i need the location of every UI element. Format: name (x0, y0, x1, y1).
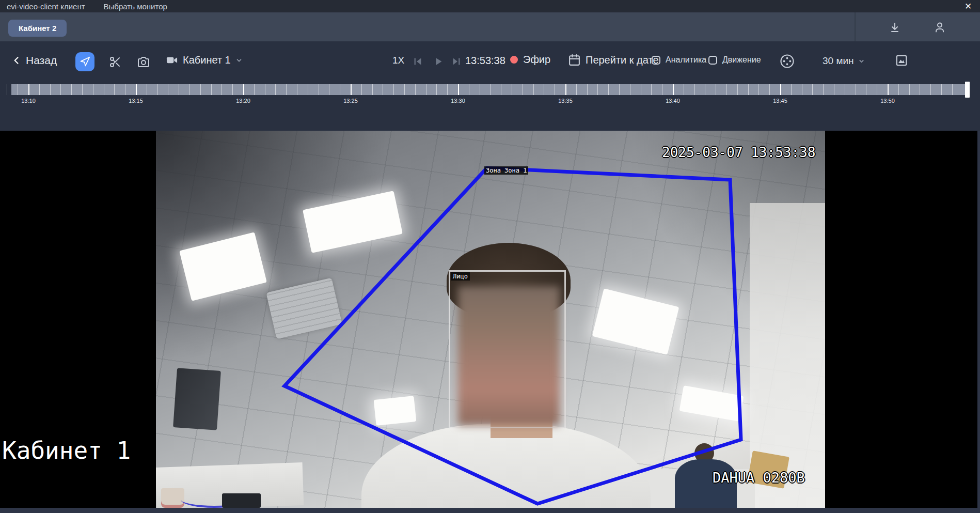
frame-export-button[interactable] (895, 54, 908, 67)
tab-cabinet-2[interactable]: Кабинет 2 (8, 20, 67, 37)
timeline-playhead[interactable] (965, 82, 970, 98)
download-icon[interactable] (888, 21, 902, 34)
timeline-minor-tick (866, 84, 866, 95)
skip-forward-icon[interactable] (449, 54, 464, 69)
timeline-minor-tick (512, 84, 512, 95)
motion-checkbox[interactable] (708, 56, 717, 65)
pointer-tool-button[interactable] (75, 52, 94, 71)
analytics-checkbox-group[interactable]: Аналитика (652, 55, 706, 65)
timeline-minor-tick (952, 84, 953, 95)
timeline-minor-tick (630, 84, 630, 95)
motion-label: Движение (722, 55, 761, 65)
ptz-pad-icon (779, 53, 795, 69)
timeline-major-tick (351, 84, 352, 95)
timeline-minor-tick (684, 84, 684, 95)
timeline-minor-tick (555, 84, 555, 95)
close-icon[interactable]: ✕ (960, 0, 976, 12)
timeline-major-tick (888, 84, 889, 95)
timeline-minor-tick (834, 84, 834, 95)
timeline-minor-tick (737, 84, 738, 95)
cursor-pointer-icon (80, 56, 90, 67)
playback-speed[interactable]: 1X (392, 55, 404, 66)
timeline-minor-tick (716, 84, 716, 95)
timeline-major-tick (458, 84, 459, 95)
timeline-minor-tick (82, 84, 83, 95)
bottom-margin (0, 508, 980, 513)
timeline-minor-tick (265, 84, 265, 95)
motion-checkbox-group[interactable]: Движение (708, 55, 761, 65)
timeline-minor-tick (383, 84, 383, 95)
timeline-minor-tick (812, 84, 813, 95)
current-time: 13:53:38 (465, 55, 505, 67)
timeline-minor-tick (222, 84, 222, 95)
timeline-minor-tick (286, 84, 287, 95)
timeline-minor-tick (232, 84, 233, 95)
timeline-time-label: 13:30 (451, 98, 465, 104)
timeline-minor-tick (726, 84, 727, 95)
timeline-minor-tick (71, 84, 72, 95)
timeline-minor-tick (856, 84, 856, 95)
timeline-minor-tick (705, 84, 705, 95)
tabbar-divider (855, 12, 856, 41)
play-icon[interactable] (431, 54, 446, 69)
timeline-minor-tick (920, 84, 920, 95)
camera-select[interactable]: Кабинет 1 (166, 54, 243, 66)
timeline-track[interactable]: 13:1013:1513:2013:2513:3013:3513:4013:45… (11, 84, 970, 95)
timeline-minor-tick (619, 84, 620, 95)
timeline-minor-tick (523, 84, 523, 95)
timeline-time-label: 13:20 (236, 98, 250, 104)
timeline-minor-tick (501, 84, 501, 95)
timeline-major-tick (565, 84, 566, 95)
menu-app[interactable]: evi-video-client клиент (5, 2, 87, 11)
live-indicator[interactable]: Эфир (510, 54, 550, 66)
blurred-face (458, 286, 560, 425)
title-menubar: evi-video-client клиент Выбрать монитор … (0, 0, 980, 12)
timeline-time-label: 13:25 (343, 98, 358, 104)
timeline-minor-tick (157, 84, 158, 95)
timeline-minor-tick (308, 84, 308, 95)
interval-select[interactable]: 30 мин (823, 55, 865, 67)
timeline-minor-tick (60, 84, 61, 95)
goto-date-button[interactable]: Перейти к дате (568, 54, 659, 67)
chevron-left-icon (11, 55, 22, 66)
timeline-minor-tick (297, 84, 297, 95)
ptz-control-button[interactable] (779, 53, 795, 69)
goto-date-label: Перейти к дате (586, 54, 659, 66)
camera-video-frame: Зона Зона 1 Лицо 2025-03-07 13:53:38 DAH… (156, 131, 825, 508)
skip-back-icon[interactable] (410, 54, 425, 69)
timeline-minor-tick (758, 84, 759, 95)
timeline-minor-tick (641, 84, 641, 95)
tab-bar: Кабинет 2 (0, 12, 980, 41)
timeline-minor-tick (651, 84, 652, 95)
timeline-minor-tick (104, 84, 104, 95)
osd-datetime: 2025-03-07 13:53:38 (662, 145, 815, 160)
app-window: evi-video-client клиент Выбрать монитор … (0, 0, 980, 513)
timeline-minor-tick (50, 84, 51, 95)
scissors-icon (109, 56, 121, 68)
photo-camera-icon (137, 56, 150, 68)
timeline-major-tick (243, 84, 244, 95)
timeline-minor-tick (447, 84, 448, 95)
osd-camera-name: Кабинет 1 (2, 437, 131, 464)
timeline-minor-tick (340, 84, 340, 95)
live-dot-icon (510, 56, 518, 64)
timeline-minor-tick (254, 84, 255, 95)
timeline-time-label: 13:10 (21, 98, 36, 104)
timeline-minor-tick (329, 84, 329, 95)
snapshot-button[interactable] (134, 52, 153, 71)
cut-clip-button[interactable] (105, 52, 124, 71)
timeline-minor-tick (361, 84, 362, 95)
timeline-minor-tick (179, 84, 179, 95)
analytics-checkbox[interactable] (652, 56, 660, 65)
user-icon[interactable] (933, 21, 946, 34)
right-margin (977, 131, 980, 508)
back-button[interactable]: Назад (11, 54, 57, 67)
timeline-major-tick (136, 84, 137, 95)
timeline-minor-tick (114, 84, 115, 95)
timeline-minor-tick (597, 84, 598, 95)
camera-select-label: Кабинет 1 (183, 54, 231, 66)
timeline-minor-tick (393, 84, 394, 95)
timeline-minor-tick (662, 84, 662, 95)
menu-select-monitor[interactable]: Выбрать монитор (102, 2, 169, 11)
timeline-time-label: 13:40 (666, 98, 680, 104)
